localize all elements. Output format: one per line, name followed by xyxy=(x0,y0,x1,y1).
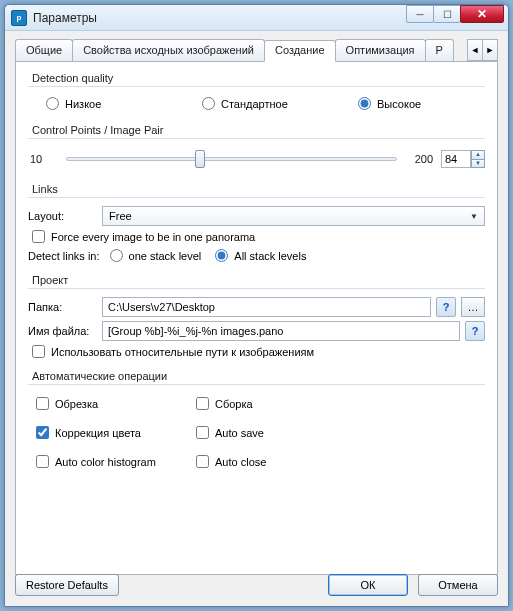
radio-low-input[interactable] xyxy=(46,97,59,110)
folder-label: Папка: xyxy=(28,301,102,313)
folder-row: Папка: ? … xyxy=(28,297,485,317)
cp-title: Control Points / Image Pair xyxy=(32,124,485,136)
relative-paths-input[interactable] xyxy=(32,345,45,358)
force-panorama-check[interactable]: Force every image to be in one panorama xyxy=(32,230,485,243)
group-detection: Detection quality Низкое Стандартное Выс… xyxy=(28,72,485,112)
cp-slider-track xyxy=(66,157,397,161)
window: p Параметры ─ ☐ ✕ Общие Свойства исходны… xyxy=(4,4,509,607)
layout-select[interactable]: Free ▼ xyxy=(102,206,485,226)
radio-standard-input[interactable] xyxy=(202,97,215,110)
check-color-corr-label: Коррекция цвета xyxy=(55,427,141,439)
tab-source-props[interactable]: Свойства исходных изображений xyxy=(72,39,265,61)
tab-creation[interactable]: Создание xyxy=(264,40,336,62)
tab-overflow[interactable]: Р xyxy=(425,39,454,61)
radio-all-stacks-input[interactable] xyxy=(215,249,228,262)
folder-input[interactable] xyxy=(102,297,431,317)
window-buttons: ─ ☐ ✕ xyxy=(407,5,504,23)
check-auto-close[interactable]: Auto close xyxy=(196,455,352,468)
footer: Restore Defaults ОК Отмена xyxy=(15,574,498,596)
check-auto-save-input[interactable] xyxy=(196,426,209,439)
check-crop[interactable]: Обрезка xyxy=(36,397,192,410)
folder-browse-button[interactable]: … xyxy=(461,297,485,317)
radio-one-stack-label: one stack level xyxy=(129,250,202,262)
check-assemble[interactable]: Сборка xyxy=(196,397,352,410)
detect-links-label: Detect links in: xyxy=(28,250,100,262)
minimize-button[interactable]: ─ xyxy=(406,5,434,23)
window-title: Параметры xyxy=(33,11,97,25)
check-auto-close-input[interactable] xyxy=(196,455,209,468)
filename-label: Имя файла: xyxy=(28,325,102,337)
cp-slider[interactable] xyxy=(66,147,397,171)
maximize-button[interactable]: ☐ xyxy=(433,5,461,23)
tab-scroll-left[interactable]: ◄ xyxy=(467,39,483,61)
radio-standard[interactable]: Стандартное xyxy=(202,97,342,110)
relative-paths-check[interactable]: Использовать относительные пути к изобра… xyxy=(32,345,485,358)
check-histogram-label: Auto color histogram xyxy=(55,456,156,468)
radio-low-label: Низкое xyxy=(65,98,101,110)
radio-high-label: Высокое xyxy=(377,98,421,110)
cp-spinner: ▲ ▼ xyxy=(441,150,485,168)
project-title: Проект xyxy=(32,274,485,286)
check-auto-save-label: Auto save xyxy=(215,427,264,439)
cp-slider-thumb[interactable] xyxy=(195,150,205,168)
layout-label: Layout: xyxy=(28,210,102,222)
group-control-points: Control Points / Image Pair 10 200 ▲ ▼ xyxy=(28,124,485,171)
check-histogram-input[interactable] xyxy=(36,455,49,468)
filename-help-button[interactable]: ? xyxy=(465,321,485,341)
ok-button[interactable]: ОК xyxy=(328,574,408,596)
auto-title: Автоматические операции xyxy=(32,370,485,382)
check-crop-label: Обрезка xyxy=(55,398,98,410)
check-histogram[interactable]: Auto color histogram xyxy=(36,455,192,468)
auto-grid: Обрезка Сборка Коррекция цвета Auto save xyxy=(32,393,485,472)
cp-slider-row: 10 200 ▲ ▼ xyxy=(28,147,485,171)
radio-standard-label: Стандартное xyxy=(221,98,288,110)
links-title: Links xyxy=(32,183,485,195)
layout-value: Free xyxy=(109,210,132,222)
cp-min: 10 xyxy=(30,153,58,165)
filename-row: Имя файла: ? xyxy=(28,321,485,341)
check-auto-save[interactable]: Auto save xyxy=(196,426,352,439)
tab-general[interactable]: Общие xyxy=(15,39,73,61)
force-panorama-label: Force every image to be in one panorama xyxy=(51,231,255,243)
cp-spinner-down[interactable]: ▼ xyxy=(471,159,485,168)
radio-high-input[interactable] xyxy=(358,97,371,110)
tab-strip: Общие Свойства исходных изображений Созд… xyxy=(15,39,498,62)
detection-title: Detection quality xyxy=(32,72,485,84)
tab-scroll-right[interactable]: ► xyxy=(482,39,498,61)
cp-value-input[interactable] xyxy=(441,150,471,168)
detection-radios: Низкое Стандартное Высокое xyxy=(28,95,485,112)
check-color-corr[interactable]: Коррекция цвета xyxy=(36,426,192,439)
content: Общие Свойства исходных изображений Созд… xyxy=(5,31,508,583)
check-assemble-label: Сборка xyxy=(215,398,253,410)
folder-help-button[interactable]: ? xyxy=(436,297,456,317)
restore-defaults-button[interactable]: Restore Defaults xyxy=(15,574,119,596)
radio-low[interactable]: Низкое xyxy=(46,97,186,110)
radio-all-stacks[interactable]: All stack levels xyxy=(215,249,306,262)
cp-max: 200 xyxy=(405,153,433,165)
check-crop-input[interactable] xyxy=(36,397,49,410)
layout-row: Layout: Free ▼ xyxy=(28,206,485,226)
check-color-corr-input[interactable] xyxy=(36,426,49,439)
tab-panel: Detection quality Низкое Стандартное Выс… xyxy=(15,62,498,575)
titlebar[interactable]: p Параметры ─ ☐ ✕ xyxy=(5,5,508,31)
filename-input[interactable] xyxy=(102,321,460,341)
tab-optimization[interactable]: Оптимизация xyxy=(335,39,426,61)
radio-high[interactable]: Высокое xyxy=(358,97,498,110)
group-auto: Автоматические операции Обрезка Сборка К… xyxy=(28,370,485,472)
radio-all-stacks-label: All stack levels xyxy=(234,250,306,262)
radio-one-stack-input[interactable] xyxy=(110,249,123,262)
relative-paths-label: Использовать относительные пути к изобра… xyxy=(51,346,314,358)
cancel-button[interactable]: Отмена xyxy=(418,574,498,596)
radio-one-stack[interactable]: one stack level xyxy=(110,249,202,262)
group-project: Проект Папка: ? … Имя файла: ? Использов… xyxy=(28,274,485,358)
check-assemble-input[interactable] xyxy=(196,397,209,410)
force-panorama-input[interactable] xyxy=(32,230,45,243)
cp-spinner-up[interactable]: ▲ xyxy=(471,150,485,159)
detect-links-row: Detect links in: one stack level All sta… xyxy=(28,249,485,262)
dropdown-icon: ▼ xyxy=(470,212,478,221)
tab-scroll: ◄ ► xyxy=(468,39,498,61)
app-icon: p xyxy=(11,10,27,26)
close-button[interactable]: ✕ xyxy=(460,5,504,23)
group-links: Links Layout: Free ▼ Force every image t… xyxy=(28,183,485,262)
check-auto-close-label: Auto close xyxy=(215,456,266,468)
